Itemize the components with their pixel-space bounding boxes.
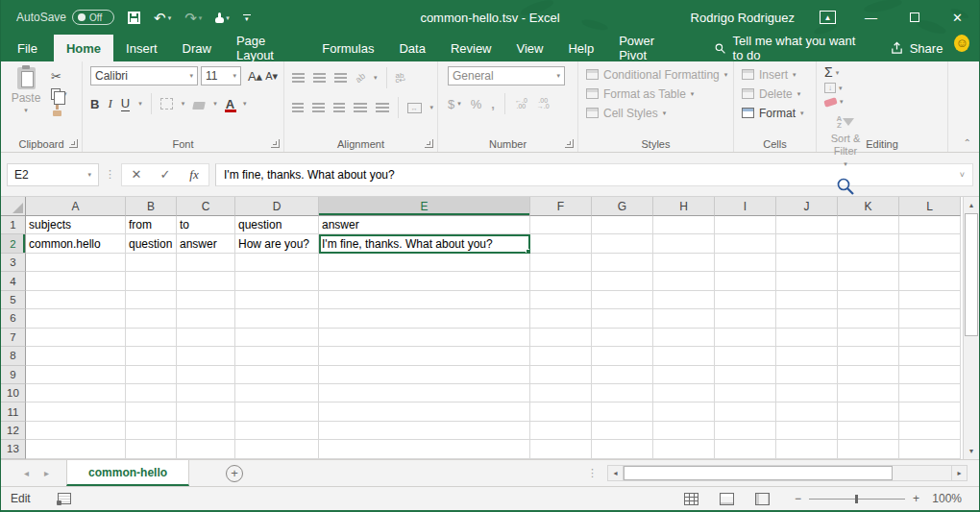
cell-F7[interactable] xyxy=(530,329,592,347)
column-header-G[interactable]: G xyxy=(592,197,653,216)
cell-H3[interactable] xyxy=(653,254,715,272)
cell-D12[interactable] xyxy=(235,422,319,440)
cell-E11[interactable] xyxy=(319,402,530,421)
font-dialog-launcher[interactable] xyxy=(271,139,280,148)
italic-button[interactable]: I xyxy=(108,96,111,111)
tab-insert[interactable]: Insert xyxy=(113,35,170,61)
cell-A10[interactable] xyxy=(26,384,126,402)
cell-C3[interactable] xyxy=(177,254,235,272)
cell-A9[interactable] xyxy=(26,366,126,384)
cell-B2[interactable]: question xyxy=(126,234,177,253)
vertical-scroll-thumb[interactable] xyxy=(965,213,978,336)
cell-B1[interactable]: from xyxy=(126,216,177,234)
align-center-button[interactable] xyxy=(312,103,324,112)
align-bottom-button[interactable] xyxy=(334,73,347,83)
cell-B12[interactable] xyxy=(126,422,177,440)
font-size-combo[interactable]: 11▾ xyxy=(201,66,241,85)
cell-B13[interactable] xyxy=(126,440,177,458)
cell-K3[interactable] xyxy=(838,254,899,272)
cell-G7[interactable] xyxy=(592,329,653,347)
cell-J9[interactable] xyxy=(776,366,838,384)
collapse-ribbon-button[interactable]: ⌃ xyxy=(964,137,971,148)
column-header-A[interactable]: A xyxy=(26,197,126,216)
cell-C6[interactable] xyxy=(177,309,235,328)
cell-L5[interactable] xyxy=(899,291,961,309)
cell-K8[interactable] xyxy=(838,347,899,365)
cell-D3[interactable] xyxy=(235,254,319,272)
accounting-format-button[interactable]: $ xyxy=(448,97,454,111)
user-name[interactable]: Rodrigo Rodriguez xyxy=(691,11,795,25)
normal-view-button[interactable] xyxy=(684,493,698,505)
copy-button[interactable]: ▾ xyxy=(51,88,67,100)
cell-D5[interactable] xyxy=(235,291,319,309)
cell-E3[interactable] xyxy=(319,254,530,272)
cell-G11[interactable] xyxy=(592,402,653,421)
redo-button[interactable]: ↷▾ xyxy=(184,11,202,25)
cell-I4[interactable] xyxy=(715,272,776,290)
cell-D8[interactable] xyxy=(235,347,319,365)
cell-H11[interactable] xyxy=(653,402,715,421)
cell-L8[interactable] xyxy=(899,347,961,365)
row-header-1[interactable]: 1 xyxy=(1,216,26,234)
cell-J6[interactable] xyxy=(776,309,838,328)
cell-G4[interactable] xyxy=(592,272,653,290)
sheet-next-icon[interactable]: ▸ xyxy=(44,468,49,478)
cell-I2[interactable] xyxy=(715,234,776,253)
paste-button[interactable]: Paste ▾ xyxy=(7,67,45,116)
cell-A11[interactable] xyxy=(26,402,126,421)
name-box[interactable]: E2▾ xyxy=(7,163,99,186)
cell-E1[interactable]: answer xyxy=(319,216,530,234)
maximize-button[interactable] xyxy=(893,0,936,35)
tab-home[interactable]: Home xyxy=(54,35,113,61)
cell-G5[interactable] xyxy=(592,291,653,309)
cell-B3[interactable] xyxy=(126,254,177,272)
underline-button[interactable]: U xyxy=(121,96,130,111)
cell-F11[interactable] xyxy=(530,402,592,421)
cell-E8[interactable] xyxy=(319,347,530,365)
cell-H5[interactable] xyxy=(653,291,715,309)
cell-E7[interactable] xyxy=(319,329,530,347)
tab-scrollbar-splitter[interactable]: ⋮ xyxy=(587,467,598,479)
tab-power-pivot[interactable]: Power Pivot xyxy=(606,35,689,61)
cell-K9[interactable] xyxy=(838,366,899,384)
cell-D11[interactable] xyxy=(235,402,319,421)
font-color-dropdown[interactable]: ▾ xyxy=(243,100,247,108)
cell-L9[interactable] xyxy=(899,366,961,384)
zoom-in-button[interactable]: + xyxy=(913,492,919,505)
cell-L6[interactable] xyxy=(899,309,961,328)
cell-E4[interactable] xyxy=(319,272,530,290)
tab-draw[interactable]: Draw xyxy=(170,35,224,61)
cell-D1[interactable]: question xyxy=(235,216,319,234)
cell-J7[interactable] xyxy=(776,329,838,347)
delete-cells-button[interactable]: Delete▾ xyxy=(742,86,816,101)
cell-C12[interactable] xyxy=(177,422,235,440)
minimize-button[interactable]: — xyxy=(849,0,893,35)
cell-J12[interactable] xyxy=(776,422,838,440)
cell-L12[interactable] xyxy=(899,422,961,440)
cell-J11[interactable] xyxy=(776,402,838,421)
row-header-6[interactable]: 6 xyxy=(1,309,26,328)
cell-K11[interactable] xyxy=(838,402,899,421)
align-right-button[interactable] xyxy=(333,103,345,112)
cell-E5[interactable] xyxy=(319,291,530,309)
cell-J1[interactable] xyxy=(776,216,838,234)
cell-I9[interactable] xyxy=(715,366,776,384)
cell-B6[interactable] xyxy=(126,309,177,328)
cell-C10[interactable] xyxy=(177,384,235,402)
fill-color-dropdown[interactable]: ▾ xyxy=(213,100,217,108)
cell-K2[interactable] xyxy=(838,234,899,253)
cell-J4[interactable] xyxy=(776,272,838,290)
zoom-slider-thumb[interactable] xyxy=(855,495,858,503)
shrink-font-button[interactable]: A▾ xyxy=(265,70,278,83)
grow-font-button[interactable]: A▴ xyxy=(248,69,262,84)
row-header-11[interactable]: 11 xyxy=(1,402,26,421)
scroll-down-icon[interactable]: ▾ xyxy=(964,443,979,459)
feedback-smiley-icon[interactable]: ☺ xyxy=(954,35,969,52)
underline-dropdown[interactable]: ▾ xyxy=(138,100,142,108)
cell-G2[interactable] xyxy=(592,234,653,253)
cell-F3[interactable] xyxy=(530,254,592,272)
cell-D4[interactable] xyxy=(235,272,319,290)
cell-E2[interactable]: I'm fine, thanks. What about you? xyxy=(319,234,530,253)
cell-L1[interactable] xyxy=(899,216,961,234)
cell-F10[interactable] xyxy=(530,384,592,402)
